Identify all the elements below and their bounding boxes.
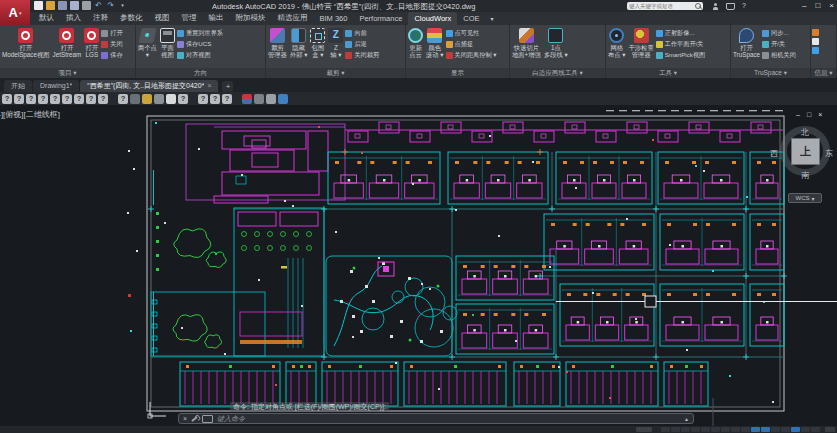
ribbon-tab-视图[interactable]: 视图: [149, 11, 176, 25]
q-tool-icon[interactable]: ?: [26, 94, 36, 104]
status-toggle-6[interactable]: [721, 427, 730, 432]
panel-label-TruSpace[interactable]: TruSpace ▾: [731, 68, 810, 78]
button-向前[interactable]: 向前: [345, 29, 379, 38]
button-icon[interactable]: [812, 29, 819, 36]
customization-button[interactable]: [825, 427, 835, 432]
status-toggle-10[interactable]: [761, 427, 770, 432]
ribbon-tab-插入[interactable]: 插入: [60, 11, 87, 25]
cube-tool-icon[interactable]: [266, 94, 276, 104]
app-store-cart-icon[interactable]: [726, 3, 735, 10]
panel-label-方向[interactable]: 方向: [136, 68, 265, 78]
search-icon[interactable]: [695, 3, 701, 9]
q-tool-icon[interactable]: ?: [14, 94, 24, 104]
doc-minimize-button[interactable]: –: [796, 111, 800, 118]
grid-tool-icon[interactable]: [130, 94, 140, 104]
panel-label-项目[interactable]: 项目 ▾: [0, 68, 135, 78]
status-toggle-14[interactable]: [801, 427, 810, 432]
command-close-icon[interactable]: ×: [183, 415, 187, 422]
ribbon-tab-管理[interactable]: 管理: [176, 11, 203, 25]
q-tool-icon[interactable]: ?: [86, 94, 96, 104]
file-tab[interactable]: “西希里”(四街, 文..目地形图提交0420*×: [80, 80, 218, 92]
minimize-button[interactable]: –: [802, 1, 806, 10]
undo-button[interactable]: ↶: [94, 1, 103, 10]
button-开/关[interactable]: 开/关: [762, 40, 796, 49]
viewcube-west-label[interactable]: 西: [770, 148, 778, 159]
panel-label-白适应画线工具[interactable]: 白适应画线工具 ▾: [510, 68, 605, 78]
ribbon-tab-参数化[interactable]: 参数化: [114, 11, 149, 25]
button-关闭距离控制[interactable]: 关闭距离控制 ▾: [446, 51, 497, 60]
button-裁剪管理器[interactable]: 裁剪管理器: [267, 27, 288, 68]
button-关闭[interactable]: 关闭: [101, 40, 122, 49]
ribbon-tab-默认[interactable]: 默认: [33, 11, 60, 25]
new-button[interactable]: [34, 1, 43, 10]
viewcube-top-face[interactable]: 上: [791, 138, 820, 165]
button-颜色滚动[interactable]: 颜色滚动 ▾: [425, 27, 445, 68]
help-icon[interactable]: ?: [742, 2, 746, 10]
sq-tool-icon[interactable]: [166, 94, 176, 104]
q-tool-icon[interactable]: ?: [38, 94, 48, 104]
ribbon-tab-精选应用[interactable]: 精选应用: [272, 11, 314, 25]
site-plan-drawing[interactable]: [0, 105, 837, 426]
panel-label-工具[interactable]: 工具 ▾: [606, 68, 730, 78]
button-对齐视图[interactable]: 对齐视图: [177, 51, 223, 60]
button-打开TruSpace[interactable]: 打开TruSpace: [732, 27, 761, 68]
panel-label-裁剪[interactable]: 裁剪 ▾: [266, 68, 405, 78]
win-tool-icon[interactable]: [242, 94, 252, 104]
status-toggle-12[interactable]: [781, 427, 790, 432]
q-tool-icon[interactable]: ?: [118, 94, 128, 104]
doc-restore-button[interactable]: □: [807, 111, 811, 118]
button-Z轴[interactable]: ZZ轴 ▾: [327, 27, 344, 68]
button-打开LGS[interactable]: 打开LGS: [83, 27, 100, 68]
status-toggle-2[interactable]: [681, 427, 690, 432]
button-相机关闭[interactable]: 相机关闭: [762, 51, 796, 60]
status-toggle-8[interactable]: [741, 427, 750, 432]
ribbon-tabs-overflow-icon[interactable]: ▾: [486, 12, 499, 25]
button-icon[interactable]: [812, 47, 819, 54]
viewcube-east-label[interactable]: 东: [825, 148, 833, 159]
viewcube-south-label[interactable]: 南: [801, 170, 809, 181]
button-打开ModelSpace视图[interactable]: 打开ModelSpace视图: [1, 27, 51, 68]
maximize-button[interactable]: □: [815, 1, 820, 10]
button-重置到世界系[interactable]: 重置到世界系: [177, 29, 223, 38]
button-隐藏外部[interactable]: 隐藏外部 ▾: [289, 27, 309, 68]
close-button[interactable]: ×: [829, 1, 834, 10]
button-同步...[interactable]: 同步...: [762, 29, 796, 38]
mon-tool-icon[interactable]: [278, 94, 288, 104]
app-menu-button[interactable]: A▾: [0, 0, 30, 25]
command-expand-icon[interactable]: ▲: [684, 416, 689, 422]
button-更新点云[interactable]: 更新点云: [407, 27, 424, 68]
button-关闭裁剪[interactable]: 关闭裁剪: [345, 51, 379, 60]
button-icon[interactable]: [812, 38, 819, 45]
status-toggle-4[interactable]: [701, 427, 710, 432]
status-toggle-9[interactable]: [751, 427, 760, 432]
panel-label-显示[interactable]: 显示: [406, 68, 509, 78]
ribbon-tab-BIM 360[interactable]: BIM 360: [314, 12, 354, 25]
q-tool-icon[interactable]: ?: [210, 94, 220, 104]
q-tool-icon[interactable]: ?: [2, 94, 12, 104]
ribbon-tab-COE[interactable]: COE: [457, 12, 485, 25]
keyboard-icon[interactable]: [202, 415, 213, 423]
q-tool-icon[interactable]: ?: [222, 94, 232, 104]
viewport-controls-label[interactable]: [-][俯视][二维线框]: [0, 109, 60, 120]
open-button[interactable]: [46, 1, 55, 10]
button-两个点[interactable]: 两个点▾: [137, 27, 158, 68]
ribbon-tab-输出[interactable]: 输出: [203, 11, 230, 25]
plot-button[interactable]: [82, 1, 91, 10]
status-toggle-0[interactable]: [661, 427, 670, 432]
q-tool-icon[interactable]: ?: [198, 94, 208, 104]
model-space-button[interactable]: [636, 427, 652, 432]
button-平面视图[interactable]: 平面视图: [159, 27, 176, 68]
button-网格布点[interactable]: 网格布点 ▾: [607, 27, 627, 68]
button-打开JetStream[interactable]: 打开JetStream: [52, 27, 83, 68]
q-tool-icon[interactable]: ?: [178, 94, 188, 104]
button-点捕捉[interactable]: 点捕捉: [446, 40, 497, 49]
q-tool-icon[interactable]: ?: [74, 94, 84, 104]
viewcube-north-label[interactable]: 北: [801, 127, 809, 138]
doc-close-button[interactable]: ×: [818, 111, 822, 118]
button-打开[interactable]: 打开: [101, 29, 122, 38]
button-保存UCS[interactable]: 保存UCS: [177, 40, 223, 49]
button-SmartPick视图[interactable]: SmartPick视图: [656, 51, 706, 60]
sign-in-icon[interactable]: [712, 3, 719, 10]
help-search-input[interactable]: 键入关键字或短语: [627, 2, 703, 10]
button-干涉检查管理器[interactable]: 干涉检查管理器: [628, 27, 655, 68]
